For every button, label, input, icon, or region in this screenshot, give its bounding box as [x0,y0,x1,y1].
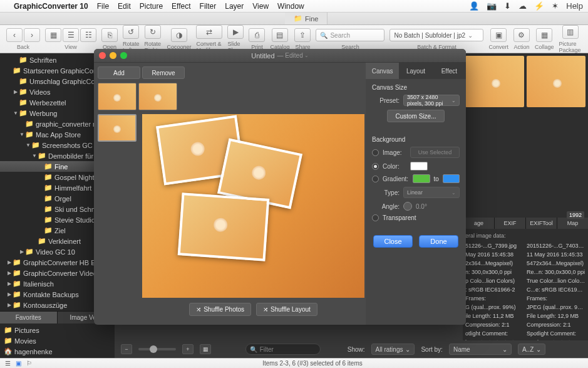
done-button[interactable]: Done [419,235,458,248]
preset-select[interactable]: 3507 x 2480 pixels, 300 ppi⌄ [403,95,460,106]
sort-select[interactable]: Name⌄ [449,344,512,355]
bg-color-radio[interactable] [372,163,379,170]
disclosure-arrow-icon[interactable]: ▼ [25,142,31,148]
disclosure-arrow-icon[interactable]: ▶ [6,302,13,308]
rotate-left-button[interactable]: ↺ [123,25,139,39]
exif-tab-map[interactable]: Map [557,218,588,229]
color-swatch[interactable] [410,162,428,171]
sidebar-tab-favorites[interactable]: Favorites [0,312,58,323]
thumbnail[interactable] [527,56,585,107]
exif-tab-exiftool[interactable]: EXIFTool [525,218,557,229]
menu-help[interactable]: Help [566,1,583,11]
remove-button[interactable]: Remove [142,66,185,79]
convert-button[interactable]: ▣ [490,28,507,42]
disclosure-arrow-icon[interactable]: ▼ [19,132,25,137]
collage-canvas[interactable] [142,114,364,298]
favorite-item[interactable]: 📁Movies [0,335,115,346]
grid-toggle-button[interactable]: ▦ [200,344,211,354]
minimize-window-button[interactable] [110,52,116,59]
show-select[interactable]: All ratings⌄ [371,344,415,355]
status-list-icon[interactable]: ☰ [5,360,11,367]
order-select[interactable]: A..Z⌄ [518,344,545,355]
exif-tab-image[interactable]: age [463,218,494,229]
menu-camera-icon[interactable]: 📷 [487,1,497,11]
custom-size-button[interactable]: Custom Size... [387,110,444,122]
zoom-in-button[interactable]: + [182,344,193,354]
favorite-item[interactable]: 📁Pictures [0,325,115,335]
bg-image-radio[interactable] [372,149,379,156]
thumbnail[interactable] [465,56,524,107]
menu-bolt-icon[interactable]: ⚡ [534,1,544,11]
status-grid-icon[interactable]: ▣ [16,360,21,367]
share-button[interactable]: ⇪ [294,28,311,42]
disclosure-arrow-icon[interactable]: ▶ [13,89,19,95]
menu-view[interactable]: View [252,2,269,11]
app-name[interactable]: GraphicConverter 10 [14,2,88,11]
angle-dial[interactable] [403,202,412,211]
source-thumbnail[interactable] [138,83,177,110]
modal-left-pane: Add [94,63,141,325]
chevron-down-icon[interactable]: ⌄ [304,53,309,58]
menu-picture[interactable]: Picture [140,2,163,11]
bg-transparent-radio[interactable] [372,214,379,221]
shuffle-photos-button[interactable]: ⤨Shuffle Photos [189,303,251,316]
source-thumbnail-selected[interactable] [98,114,137,142]
view-list-button[interactable]: ☰ [63,28,79,42]
slideshow-button[interactable]: ▶ [227,25,244,39]
gradient-to-swatch[interactable] [443,174,460,183]
tab-layout[interactable]: Layout [399,63,432,79]
zoom-out-button[interactable]: − [121,344,132,354]
disclosure-arrow-icon[interactable]: ▶ [6,260,13,265]
filter-input[interactable]: 🔍Filter [245,344,321,355]
favorite-item[interactable]: 🏠hagenhenke [0,346,115,357]
cocooner-button[interactable]: ◑ [171,28,187,42]
rotate-right-button[interactable]: ↻ [145,25,161,39]
disclosure-arrow-icon[interactable]: ▶ [6,281,13,287]
catalog-button[interactable]: ▤ [272,28,288,42]
view-grid-button[interactable]: ▦ [45,28,61,42]
add-button[interactable]: Add [98,66,140,79]
convert-modify-button[interactable]: ⇄ [196,25,222,39]
disclosure-arrow-icon[interactable]: ▶ [6,292,13,297]
disclosure-arrow-icon[interactable]: ▼ [31,153,38,159]
close-window-button[interactable] [99,52,106,59]
open-button[interactable]: ⎘ [101,28,118,42]
modal-titlebar[interactable]: Untitled — Edited ⌄ [94,49,466,63]
tab-effect[interactable]: Effect [433,63,466,79]
forward-button[interactable]: › [24,28,40,42]
bg-gradient-radio[interactable] [372,176,379,182]
back-button[interactable]: ‹ [6,28,23,42]
menu-layer[interactable]: Layer [225,2,244,11]
zoom-window-button[interactable] [120,52,127,59]
status-tag-icon[interactable]: ⚐ [26,360,32,367]
menu-edit[interactable]: Edit [118,2,131,11]
view-columns-button[interactable]: ☷ [80,28,96,42]
exif-tab-exif[interactable]: EXIF [494,218,525,229]
collage-button[interactable]: ▦ [536,28,552,42]
zoom-slider[interactable] [138,348,176,350]
gradient-type-select[interactable]: Linear⌄ [403,187,460,198]
print-button[interactable]: ⎙ [249,28,265,42]
action-button[interactable]: ⚙ [513,28,530,42]
menu-download-icon[interactable]: ⬇ [504,1,511,11]
disclosure-arrow-icon[interactable]: ▶ [6,270,13,276]
gradient-from-swatch[interactable] [413,174,430,183]
picture-package-button[interactable]: ▥ [562,25,579,39]
shuffle-layout-button[interactable]: ⤨Shuffle Layout [256,303,317,316]
tab-canvas[interactable]: Canvas [366,63,399,79]
menu-filter[interactable]: Filter [200,2,217,11]
menu-file[interactable]: File [97,2,109,11]
source-thumbnail[interactable] [98,83,137,110]
menu-window[interactable]: Window [277,2,304,11]
menu-effect[interactable]: Effect [172,2,190,11]
window-tab-fine[interactable]: 📁 Fine [285,13,328,24]
disclosure-arrow-icon[interactable]: ▶ [19,249,25,255]
disclosure-arrow-icon[interactable]: ▼ [13,110,19,116]
menu-cloud-icon[interactable]: ☁ [518,1,527,11]
batch-format-select[interactable]: No Batch | Subfolder | jp2⌄ [389,29,483,41]
close-button[interactable]: Close [373,235,413,248]
menu-user-icon[interactable]: 👤 [469,1,479,11]
toolbar-search[interactable]: 🔍Search [316,29,384,41]
menu-star-icon[interactable]: ✶ [552,1,559,11]
collage-photo[interactable] [178,192,270,261]
